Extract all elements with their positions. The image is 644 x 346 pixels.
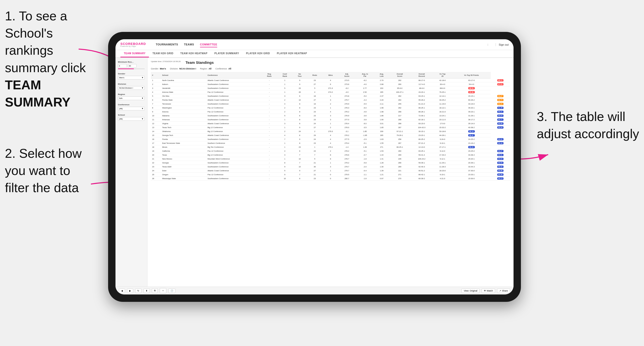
division-filter-pill: Division: NCAA Division I bbox=[170, 67, 196, 70]
school-select[interactable]: (All) ▼ bbox=[118, 117, 145, 121]
table-row: 15Georgia TechAtlantic Coast Conference-… bbox=[151, 134, 510, 137]
table-row: 10AlabamaSoutheastern Conference-5823327… bbox=[151, 114, 510, 118]
minimum-rank-filter: Minimum Rou... bbox=[118, 61, 145, 69]
table-row: 2AuburnSoutheastern Conference-19276273.… bbox=[151, 82, 510, 86]
update-time: Update time: 27/03/2024 16:56:26 bbox=[151, 60, 180, 63]
region-filter-label: Region bbox=[118, 93, 145, 95]
nav-items: TOURNAMENTS TEAMS COMMITTEE bbox=[156, 42, 480, 47]
nav-bar: SCOREBOARD Powered by clippi TOURNAMENTS… bbox=[116, 39, 514, 50]
tablet: SCOREBOARD Powered by clippi TOURNAMENTS… bbox=[108, 32, 521, 302]
table-row: 4Arizona StatePac-12 Conference-1264274.… bbox=[151, 90, 510, 94]
sub-nav-team-h2h-heatmap[interactable]: TEAM H2H HEATMAP bbox=[177, 50, 211, 57]
gender-filter: Gender Men's ▼ bbox=[118, 73, 145, 79]
table-row: 9ArizonaPac-12 Conference-28234276.2-4.6… bbox=[151, 110, 510, 114]
table-row: 5Ole MissSoutheastern Conference-3618127… bbox=[151, 94, 510, 98]
watch-button[interactable]: 👁 Watch bbox=[482, 289, 495, 293]
col-overall: OverallScore bbox=[389, 72, 410, 79]
col-avg-to-par: Avg. toPar bbox=[355, 72, 374, 79]
conference-filter: Conference (All) ▼ bbox=[118, 104, 145, 110]
logo-sub: Powered by clippi bbox=[120, 45, 136, 47]
sub-nav-player-h2h-grid[interactable]: PLAYER H2H GRID bbox=[242, 50, 274, 57]
col-overall-record: OverallRecord bbox=[411, 72, 433, 79]
table-row: 1North CarolinaAtlantic Coast Conference… bbox=[151, 79, 510, 82]
refresh-button[interactable]: ↻ bbox=[135, 289, 142, 293]
table-row: 19CaliforniaPac-12 Conference-48242278.2… bbox=[151, 149, 510, 153]
table-row: 18IllinoisBig Ten Conference-1231279.1-1… bbox=[151, 145, 510, 149]
table-row: 21New MexicoMountain West Conference-110… bbox=[151, 157, 510, 161]
table-area: Update time: 27/03/2024 16:56:26 Team St… bbox=[148, 58, 514, 287]
division-filter: Division NCAA Division I ▼ bbox=[118, 83, 145, 90]
back-button[interactable]: ◀ bbox=[119, 289, 125, 293]
clock-button[interactable]: 🕐 bbox=[168, 289, 176, 293]
table-row: 20TexasBig 12 Conference-3778278.6-0.71.… bbox=[151, 153, 510, 157]
table-row: 24DukeAtlantic Coast Conference-59271279… bbox=[151, 169, 510, 173]
sub-nav-player-summary[interactable]: PLAYER SUMMARY bbox=[211, 50, 242, 57]
col-conference: Conference bbox=[206, 72, 262, 79]
table-row: 12VirginiaAtlantic Coast Conference-3824… bbox=[151, 122, 510, 126]
col-adj-score: Adj.Score bbox=[338, 72, 355, 79]
sub-nav: TEAM SUMMARY TEAM H2H GRID TEAM H2H HEAT… bbox=[116, 50, 514, 58]
school-filter-label: School bbox=[118, 114, 145, 116]
filter-panel: Minimum Rou... Gender Men's ▼ bbox=[116, 58, 148, 287]
rank-slider bbox=[118, 68, 145, 69]
main-content: Minimum Rou... Gender Men's ▼ bbox=[116, 58, 514, 287]
forward-button[interactable]: ▶ bbox=[127, 289, 133, 293]
table-row: 23Texas A&MSoutheastern Conference-91030… bbox=[151, 165, 510, 169]
table-row: 8WashingtonPac-12 Conference-28231276.3-… bbox=[151, 106, 510, 110]
sub-nav-team-h2h-grid[interactable]: TEAM H2H GRID bbox=[149, 50, 177, 57]
table-row: 16FloridaSoutheastern Conference-7924427… bbox=[151, 137, 510, 141]
standings-table: # School Conference RegRank ConfRank NoT… bbox=[151, 72, 510, 180]
rank-to-input[interactable] bbox=[128, 64, 136, 68]
table-row: 13Texas TechBig 12 Conference-19272276.0… bbox=[151, 126, 510, 130]
conference-filter-label: Conference bbox=[118, 104, 145, 106]
copy-button[interactable]: ⧉ bbox=[152, 288, 158, 293]
add-button[interactable]: ＋ bbox=[160, 288, 166, 293]
table-title: Team Standings bbox=[186, 60, 214, 65]
col-vs-top50: Vs Top 50 Points bbox=[452, 72, 491, 79]
table-row: 25OregonPac-12 Conference-97210279.5-1.1… bbox=[151, 173, 510, 177]
table-row: 26Mississippi StateSoutheastern Conferen… bbox=[151, 177, 510, 180]
col-no-tour: NoTour bbox=[293, 72, 307, 79]
gender-select[interactable]: Men's ▼ bbox=[118, 76, 145, 79]
bottom-toolbar: ◀ ▶ ↻ ⬆ ⧉ ＋ 🕐 View: Original 👁 Watch ↗ S… bbox=[116, 287, 514, 295]
instruction-step3: 3. The table will adjust accordingly bbox=[537, 108, 639, 142]
table-row: 22GeorgiaSoutheastern Conference-8721127… bbox=[151, 161, 510, 165]
logo-area: SCOREBOARD Powered by clippi bbox=[120, 42, 146, 47]
nav-committee[interactable]: COMMITTEE bbox=[200, 42, 218, 47]
col-avg-low: Avg.Low bbox=[374, 72, 389, 79]
sub-nav-player-h2h-heatmap[interactable]: PLAYER H2H HEATMAP bbox=[274, 50, 310, 57]
table-header-row: # School Conference RegRank ConfRank NoT… bbox=[151, 72, 510, 79]
rank-from-input[interactable] bbox=[118, 64, 127, 68]
division-select[interactable]: NCAA Division I ▼ bbox=[118, 86, 145, 90]
gender-filter-label: Gender bbox=[118, 73, 145, 75]
school-filter: School (All) ▼ bbox=[118, 114, 145, 121]
col-reg-rank: RegRank bbox=[262, 72, 277, 79]
conference-select[interactable]: (All) ▼ bbox=[118, 107, 145, 110]
table-row: 11ArkansasSoutheastern Conference-182332… bbox=[151, 118, 510, 122]
nav-teams[interactable]: TEAMS bbox=[184, 42, 194, 47]
col-rank: # bbox=[151, 72, 161, 79]
instruction-step2: 2. Select how you want to filter the dat… bbox=[5, 145, 82, 196]
col-vs-top25: Vs Top25 bbox=[433, 72, 452, 79]
region-select[interactable]: N/A ▼ bbox=[118, 96, 145, 100]
table-row: 7TennesseeSoutheastern Conference-481622… bbox=[151, 102, 510, 106]
col-wins: Wins bbox=[322, 72, 338, 79]
conference-filter-pill: Conference: All bbox=[215, 67, 231, 70]
share-button[interactable]: ↗ Share bbox=[497, 289, 510, 293]
table-filters-row: Gender: Men's Division: NCAA Division I … bbox=[151, 67, 510, 70]
nav-divider: | bbox=[488, 43, 488, 46]
minimum-rank-label: Minimum Rou... bbox=[118, 61, 145, 63]
sign-out-button[interactable]: Sign out bbox=[496, 43, 508, 46]
table-row: 3VanderbiltSoutheastern Conference-52352… bbox=[151, 86, 510, 90]
view-original-button[interactable]: View: Original bbox=[462, 289, 480, 293]
nav-tournaments[interactable]: TOURNAMENTS bbox=[156, 42, 178, 47]
table-row: 17East Tennessee StateSouthern Conferenc… bbox=[151, 141, 510, 145]
region-filter-pill: Region: All bbox=[200, 67, 212, 70]
table-row: 6Florida StateAtlantic Coast Conference-… bbox=[151, 98, 510, 102]
col-conf-rank: ConfRank bbox=[277, 72, 293, 79]
table-row: 14OklahomaBig 12 Conference-2242279.3-3.… bbox=[151, 130, 510, 134]
share-icon-button[interactable]: ⬆ bbox=[144, 289, 150, 293]
tablet-screen: SCOREBOARD Powered by clippi TOURNAMENTS… bbox=[116, 39, 514, 295]
logo-text: SCOREBOARD bbox=[120, 42, 146, 45]
sub-nav-team-summary[interactable]: TEAM SUMMARY bbox=[120, 50, 149, 57]
